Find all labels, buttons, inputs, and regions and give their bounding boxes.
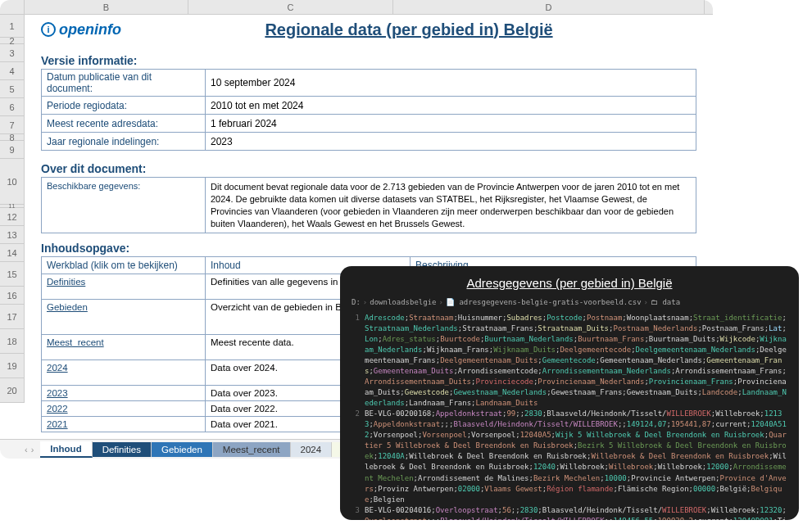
breadcrumb[interactable]: D:›downloadsbelgie›📄 adresgegevens-belgi…	[352, 297, 787, 308]
section-about: Over dit document:	[41, 162, 696, 175]
tab-definities[interactable]: Definities	[93, 442, 152, 457]
section-toc: Inhoudsopgave:	[41, 242, 696, 255]
row-header-16[interactable]: 16	[0, 287, 25, 305]
breadcrumb-folder: downloadsbelgie	[370, 298, 436, 306]
code-line[interactable]: 3 BE-VLG-00204016;Overloopstraat;56;;283…	[352, 505, 787, 520]
line-number: 3	[352, 505, 365, 520]
toc-link-2022[interactable]: 2022	[42, 401, 206, 417]
tab-inhoud[interactable]: Inhoud	[40, 441, 92, 458]
row-header-15[interactable]: 15	[0, 262, 25, 287]
toc-link-2021[interactable]: 2021	[42, 417, 206, 432]
row-header-5[interactable]: 5	[0, 80, 25, 98]
row-header-8[interactable]: 8	[0, 134, 25, 141]
version-value: 1 februari 2024	[206, 115, 696, 133]
row-header-2[interactable]: 2	[0, 38, 25, 44]
code-content: BE-VLG-00200168;Appeldonkstraat;99;;2830…	[365, 409, 787, 504]
breadcrumb-file: 📄 adresgegevens-belgie-gratis-voorbeeld.…	[446, 298, 642, 306]
row-headers: 1 2 3 4 5 6 7 8 9 10 11 12 13 14 15 16 1…	[0, 15, 25, 403]
version-label: Datum publicatie van dit document:	[42, 70, 206, 97]
tab-next-icon[interactable]: ›	[31, 445, 34, 454]
table-row[interactable]: Meest recente adresdata:1 februari 2024	[42, 115, 696, 133]
code-line[interactable]: 1 Adrescode;Straatnaam;Huisnummer;Subadr…	[352, 313, 787, 409]
code-line[interactable]: 2 BE-VLG-00200168;Appeldonkstraat;99;;28…	[352, 409, 787, 504]
about-text: Dit document bevat regionale data voor d…	[206, 178, 696, 233]
page-title: Regionale data (per gebied in) België	[121, 20, 696, 39]
section-version: Versie informatie:	[41, 54, 696, 67]
about-label: Beschikbare gegevens:	[42, 178, 206, 233]
row-header-19[interactable]: 19	[0, 354, 25, 378]
row-header-4[interactable]: 4	[0, 62, 25, 80]
row-header-18[interactable]: 18	[0, 329, 25, 354]
toc-link-2023[interactable]: 2023	[42, 386, 206, 401]
tab-gebieden[interactable]: Gebieden	[152, 442, 213, 457]
code-title: Adresgegevens (per gebied in) België	[352, 274, 787, 292]
logo-text: openinfo	[59, 21, 121, 38]
tab-prev-icon[interactable]: ‹	[25, 445, 28, 454]
row-header-17[interactable]: 17	[0, 305, 25, 329]
version-table: Datum publicatie van dit document:10 sep…	[41, 69, 696, 151]
breadcrumb-section: 🗀 data	[651, 298, 680, 306]
code-content: Adrescode;Straatnaam;Huisnummer;Subadres…	[365, 313, 787, 409]
toc-link-definities[interactable]: Definities	[42, 274, 206, 300]
column-headers: B C D	[0, 0, 713, 15]
row-header-13[interactable]: 13	[0, 226, 25, 244]
table-row[interactable]: Beschikbare gegevens:Dit document bevat …	[42, 178, 696, 233]
logo-icon: i	[41, 22, 56, 37]
row-header-1[interactable]: 1	[0, 15, 25, 38]
row-corner[interactable]	[0, 0, 25, 14]
version-label: Meest recente adresdata:	[42, 115, 206, 133]
toc-link-meest-recent[interactable]: Meest_recent	[42, 335, 206, 360]
code-editor-window: Adresgegevens (per gebied in) België D:›…	[340, 266, 799, 520]
version-value: 2023	[206, 133, 696, 151]
toc-link-2024[interactable]: 2024	[42, 360, 206, 386]
line-number: 2	[352, 409, 365, 504]
version-label: Jaar regionale indelingen:	[42, 133, 206, 151]
toc-header-sheet: Werkblad (klik om te bekijken)	[42, 257, 206, 274]
version-label: Periode regiodata:	[42, 97, 206, 115]
version-value: 2010 tot en met 2024	[206, 97, 696, 115]
row-header-6[interactable]: 6	[0, 98, 25, 116]
version-value: 10 september 2024	[206, 70, 696, 97]
col-header-c[interactable]: C	[188, 0, 393, 14]
row-header-10[interactable]: 10	[0, 159, 25, 205]
row-header-9[interactable]: 9	[0, 141, 25, 159]
about-table: Beschikbare gegevens:Dit document bevat …	[41, 177, 696, 233]
tab-meest-recent[interactable]: Meest_recent	[213, 442, 291, 457]
row-header-3[interactable]: 3	[0, 44, 25, 62]
line-number: 1	[352, 313, 365, 409]
row-header-12[interactable]: 12	[0, 208, 25, 226]
table-row[interactable]: Periode regiodata:2010 tot en met 2024	[42, 97, 696, 115]
tab-nav: ‹ ›	[25, 445, 40, 454]
logo: i openinfo	[41, 21, 121, 38]
row-header-20[interactable]: 20	[0, 378, 25, 403]
col-header-d[interactable]: D	[393, 0, 705, 14]
row-header-14[interactable]: 14	[0, 244, 25, 262]
col-header-b[interactable]: B	[25, 0, 188, 14]
tab-2024[interactable]: 2024	[291, 442, 333, 457]
table-row[interactable]: Jaar regionale indelingen:2023	[42, 133, 696, 151]
table-row[interactable]: Datum publicatie van dit document:10 sep…	[42, 70, 696, 97]
code-content: BE-VLG-00204016;Overloopstraat;56;;2830;…	[365, 505, 787, 520]
breadcrumb-drive: D:	[352, 298, 361, 306]
toc-link-gebieden[interactable]: Gebieden	[42, 300, 206, 335]
